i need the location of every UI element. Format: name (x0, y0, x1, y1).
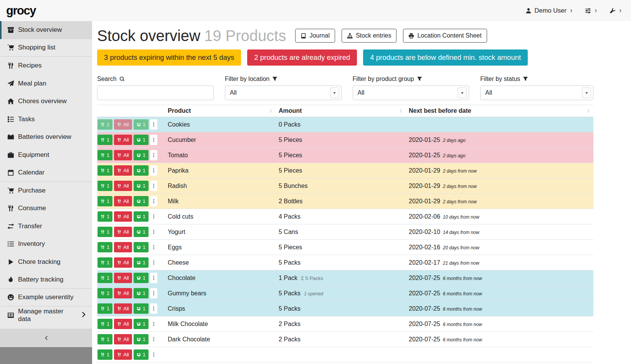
row-menu-button[interactable] (150, 135, 157, 145)
consume-one-button[interactable]: 1 (97, 303, 112, 314)
row-menu-button[interactable] (150, 319, 157, 329)
column-header-product[interactable]: Product (165, 105, 276, 117)
sidebar-item-equipment[interactable]: Equipment (0, 146, 92, 164)
consume-all-button[interactable]: All (114, 288, 132, 298)
sidebar-item-stock-overview[interactable]: Stock overview (0, 21, 92, 39)
sidebar-item-manage-master-data[interactable]: Manage master data (0, 306, 92, 324)
user-menu[interactable]: Demo User (525, 7, 573, 14)
consume-one-button[interactable]: 1 (97, 334, 112, 344)
consume-one-button[interactable]: 1 (97, 349, 112, 360)
filter-by-status-select[interactable]: All (480, 86, 593, 100)
consume-all-button[interactable]: All (114, 227, 132, 237)
sidebar-item-inventory[interactable]: Inventory (0, 235, 92, 253)
open-one-button[interactable]: 1 (134, 273, 149, 283)
app-logo[interactable]: grocy (6, 4, 36, 18)
consume-one-button[interactable]: 1 (97, 150, 112, 160)
row-menu-button[interactable] (150, 334, 157, 344)
consume-one-button[interactable]: 1 (97, 319, 112, 329)
consume-one-button[interactable]: 1 (97, 165, 112, 176)
search-input[interactable] (97, 86, 214, 100)
journal-button[interactable]: Journal (295, 29, 335, 43)
open-one-button[interactable]: 1 (134, 165, 149, 176)
row-menu-button[interactable] (150, 303, 157, 314)
consume-all-button[interactable]: All (114, 181, 132, 191)
consume-all-button[interactable]: All (114, 165, 132, 176)
product-name: Crisps (165, 301, 276, 316)
consume-one-button[interactable]: 1 (97, 119, 112, 130)
banner-warning[interactable]: 3 products expiring within the next 5 da… (97, 49, 241, 66)
open-one-button[interactable]: 1 (134, 181, 149, 191)
open-one-button[interactable]: 1 (134, 288, 149, 298)
sidebar-item-consume[interactable]: Consume (0, 199, 92, 217)
consume-all-button[interactable]: All (114, 319, 132, 329)
sidebar-item-chore-tracking[interactable]: Chore tracking (0, 253, 92, 271)
sidebar-item-calendar[interactable]: Calendar (0, 164, 92, 182)
consume-all-button[interactable]: All (114, 135, 132, 145)
consume-one-button[interactable]: 1 (97, 288, 112, 298)
sidebar-item-battery-tracking[interactable]: Battery tracking (0, 271, 92, 289)
open-one-button[interactable]: 1 (134, 349, 149, 360)
consume-all-button[interactable]: All (114, 150, 132, 160)
sidebar-item-chores-overview[interactable]: Chores overview (0, 92, 92, 110)
open-one-button[interactable]: 1 (134, 211, 149, 222)
open-one-button[interactable]: 1 (134, 334, 149, 344)
consume-one-button[interactable]: 1 (97, 135, 112, 145)
row-menu-button[interactable] (150, 181, 157, 191)
consume-all-button[interactable]: All (114, 196, 132, 206)
consume-all-button[interactable]: All (114, 242, 132, 252)
sidebar-item-shopping-list[interactable]: Shopping list (0, 39, 92, 57)
consume-one-button[interactable]: 1 (97, 242, 112, 252)
consume-all-button[interactable]: All (114, 334, 132, 344)
row-menu-button[interactable] (150, 150, 157, 160)
open-one-button[interactable]: 1 (134, 257, 149, 268)
consume-all-button[interactable]: All (114, 273, 132, 283)
sidebar-item-tasks[interactable]: Tasks (0, 110, 92, 128)
location-content-sheet-button[interactable]: Location Content Sheet (403, 29, 487, 43)
consume-all-button[interactable]: All (114, 349, 132, 360)
sidebar-item-purchase[interactable]: Purchase (0, 182, 92, 200)
row-menu-button[interactable] (150, 257, 157, 268)
consume-one-button[interactable]: 1 (97, 181, 112, 191)
row-menu-button[interactable] (150, 227, 157, 237)
filter-by-location-select[interactable]: All (225, 86, 342, 100)
row-menu-button[interactable] (150, 288, 157, 298)
banner-info[interactable]: 4 products are below defined min. stock … (363, 49, 528, 66)
open-one-button[interactable]: 1 (134, 119, 149, 130)
open-one-button[interactable]: 1 (134, 319, 149, 329)
consume-all-button[interactable]: All (114, 303, 132, 314)
consume-one-button[interactable]: 1 (97, 227, 112, 237)
consume-one-button[interactable]: 1 (97, 211, 112, 222)
open-one-button[interactable]: 1 (134, 150, 149, 160)
row-menu-button[interactable] (150, 196, 157, 206)
open-one-button[interactable]: 1 (134, 303, 149, 314)
options-menu[interactable] (585, 8, 598, 14)
row-menu-button[interactable] (150, 119, 157, 130)
open-one-button[interactable]: 1 (134, 135, 149, 145)
filter-by-product-group-select[interactable]: All (353, 86, 469, 100)
consume-all-button[interactable]: All (114, 119, 132, 130)
column-header-amount[interactable]: Amount (276, 105, 406, 117)
row-menu-button[interactable] (150, 165, 157, 176)
consume-all-button[interactable]: All (114, 211, 132, 222)
row-menu-button[interactable] (150, 273, 157, 283)
consume-one-button[interactable]: 1 (97, 257, 112, 268)
sidebar-item-batteries-overview[interactable]: Batteries overview (0, 128, 92, 146)
collapse-sidebar-button[interactable] (0, 329, 92, 347)
open-one-button[interactable]: 1 (134, 242, 149, 252)
banner-danger[interactable]: 2 products are already expired (247, 49, 357, 66)
consume-all-button[interactable]: All (114, 257, 132, 268)
column-header-next-best-before-date[interactable]: Next best before date (406, 105, 593, 117)
open-one-button[interactable]: 1 (134, 196, 149, 206)
sidebar-item-example-userentity[interactable]: Example userentity (0, 289, 92, 307)
open-one-button[interactable]: 1 (134, 227, 149, 237)
sidebar-item-transfer[interactable]: Transfer (0, 217, 92, 236)
consume-one-button[interactable]: 1 (97, 196, 112, 206)
row-menu-button[interactable] (150, 242, 157, 252)
consume-one-button[interactable]: 1 (97, 273, 112, 283)
sidebar-item-recipes[interactable]: Recipes (0, 57, 92, 75)
row-menu-button[interactable] (150, 211, 157, 222)
sidebar-item-meal-plan[interactable]: Meal plan (0, 75, 92, 93)
row-menu-button[interactable] (150, 349, 157, 360)
stock-entries-button[interactable]: Stock entries (342, 29, 396, 43)
tools-menu[interactable] (610, 8, 623, 14)
